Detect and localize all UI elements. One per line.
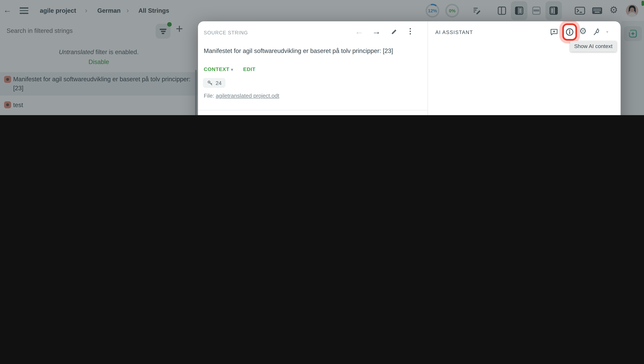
context-dropdown[interactable]: CONTEXT ▾ <box>204 66 233 72</box>
source-string-text: Manifestet for agil softwareudvikling er… <box>204 47 426 54</box>
string-key-chip[interactable]: 24 <box>203 78 226 88</box>
show-ai-context-tooltip: Show AI context <box>570 41 616 52</box>
highlight-ring <box>562 23 577 41</box>
chevron-down-icon: ▾ <box>231 67 233 72</box>
file-link[interactable]: agiletranslated project.odt <box>216 93 279 99</box>
key-icon <box>207 80 213 86</box>
spotlight-panels: SOURCE STRING ← → ⋮ Manifestet for agil … <box>198 21 620 115</box>
source-string-label: SOURCE STRING <box>204 30 248 36</box>
previous-string-icon[interactable]: ← <box>355 26 364 36</box>
next-string-icon[interactable]: → <box>372 26 381 36</box>
ai-assistant-title: AI ASSISTANT <box>435 30 473 35</box>
file-reference: File: agiletranslated project.odt <box>204 93 279 99</box>
new-conversation-icon[interactable] <box>549 28 559 36</box>
translation-panel: SOURCE STRING ← → ⋮ Manifestet for agil … <box>198 21 428 115</box>
edit-source-icon[interactable] <box>390 28 398 36</box>
edit-context-button[interactable]: EDIT <box>243 66 255 72</box>
ai-settings-gear-icon[interactable]: ⚙ <box>579 26 587 36</box>
ai-assistant-panel: AI ASSISTANT ⚙ ▾ How can I help you? Wha… <box>428 21 620 115</box>
chevron-down-icon[interactable]: ▾ <box>606 30 608 34</box>
crowdin-editor: ← agile project › German › All Strings 1… <box>0 0 644 115</box>
more-menu-icon[interactable]: ⋮ <box>407 26 414 36</box>
ai-actions-icon[interactable] <box>592 28 601 36</box>
